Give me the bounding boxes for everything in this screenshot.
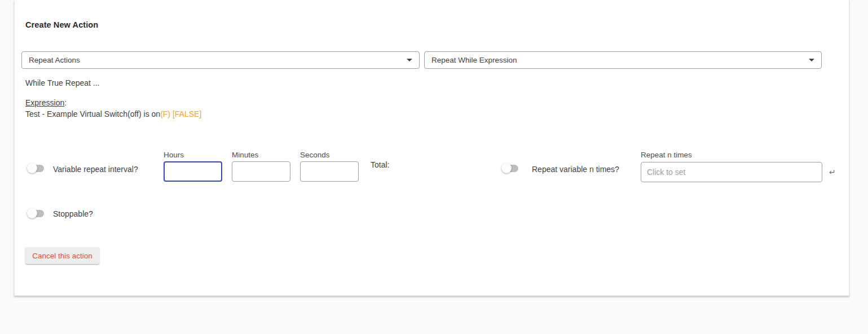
- seconds-input[interactable]: [300, 161, 359, 182]
- expression-value-text: Test - Example Virtual Switch(off) is on: [25, 109, 160, 118]
- enter-key-icon: ↵: [829, 168, 836, 177]
- repeat-variable-n-times-toggle[interactable]: [501, 163, 518, 173]
- dropdown-arrow-icon: [407, 59, 412, 61]
- action-type-select-value: Repeat Actions: [29, 56, 80, 64]
- stoppable-toggle[interactable]: [27, 208, 44, 218]
- seconds-label: Seconds: [300, 151, 330, 159]
- variable-repeat-interval-label: Variable repeat interval?: [53, 165, 138, 174]
- expression-status-badge: (F) [FALSE]: [160, 109, 201, 118]
- hours-label: Hours: [164, 151, 184, 159]
- create-action-card: Create New Action Repeat Actions Repeat …: [14, 0, 849, 296]
- expression-value: Test - Example Virtual Switch(off) is on…: [25, 109, 201, 118]
- toggle-thumb: [501, 163, 512, 173]
- repeat-type-select[interactable]: Repeat While Expression: [424, 51, 822, 69]
- variable-repeat-interval-toggle[interactable]: [27, 163, 44, 173]
- expression-label: Expression:: [25, 98, 67, 107]
- action-type-select[interactable]: Repeat Actions: [21, 51, 420, 69]
- repeat-variable-n-times-label: Repeat variable n times?: [532, 165, 619, 174]
- repeat-n-times-input[interactable]: [641, 162, 822, 182]
- repeat-n-times-label: Repeat n times: [641, 151, 692, 159]
- stoppable-label: Stoppable?: [53, 209, 93, 218]
- toggle-thumb: [27, 163, 37, 173]
- toggle-thumb: [27, 208, 37, 218]
- total-label: Total:: [371, 160, 389, 169]
- cancel-action-button[interactable]: Cancel this action: [25, 247, 99, 264]
- dropdown-arrow-icon: [809, 59, 814, 61]
- expression-label-colon: :: [64, 98, 67, 107]
- hours-input[interactable]: [164, 161, 222, 182]
- minutes-label: Minutes: [232, 151, 258, 159]
- minutes-input[interactable]: [232, 161, 290, 182]
- while-true-repeat-text: While True Repeat ...: [25, 78, 100, 87]
- repeat-type-select-value: Repeat While Expression: [431, 56, 517, 64]
- page-title: Create New Action: [25, 20, 98, 29]
- expression-label-text: Expression: [25, 98, 64, 107]
